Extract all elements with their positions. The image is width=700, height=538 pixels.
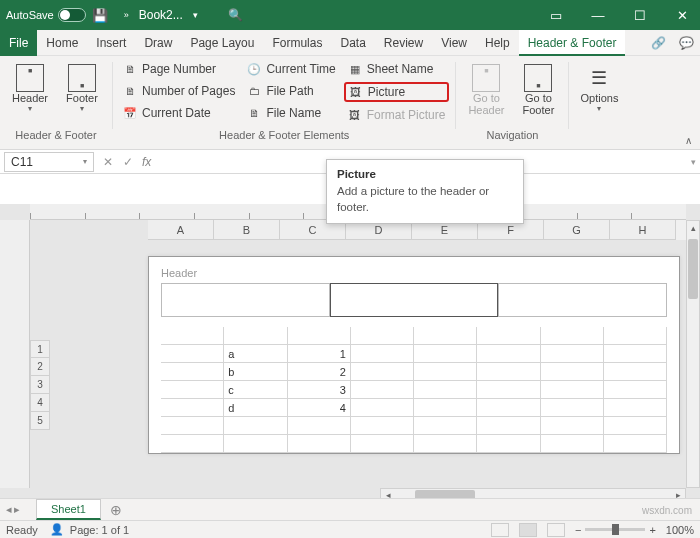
filename-dropdown-icon[interactable]: ▾ [193,10,198,20]
file-path-button[interactable]: 🗀File Path [243,82,339,100]
picture-button[interactable]: 🖼Picture [344,82,450,102]
tab-header-footer[interactable]: Header & Footer [519,30,626,56]
expand-formula-icon[interactable]: ▾ [686,157,700,167]
col-header[interactable]: G [544,220,610,240]
share-button[interactable]: 🔗 [644,36,672,50]
enter-icon[interactable]: ✓ [118,155,138,169]
name-box[interactable]: C11 ▾ [4,152,94,172]
accessibility-icon[interactable]: 👤 [50,523,64,536]
group-label: Header & Footer [6,129,106,145]
toggle-switch[interactable] [58,8,86,22]
row-header[interactable]: 4 [30,394,50,412]
header-center[interactable] [330,283,499,317]
save-icon[interactable]: 💾 [92,8,108,23]
calendar-icon: 📅 [123,106,137,120]
file-name-button[interactable]: 🗎File Name [243,104,339,122]
header-button[interactable]: Header ▾ [6,60,54,117]
status-ready: Ready [6,524,38,536]
normal-view-button[interactable] [491,523,509,537]
options-icon: ☰ [585,64,613,92]
number-of-pages-button[interactable]: 🗎Number of Pages [119,82,239,100]
chevron-down-icon: ▾ [80,104,84,113]
goto-header-icon [472,64,500,92]
row-header[interactable]: 1 [30,340,50,358]
format-picture-icon: 🖼 [348,108,362,122]
close-button[interactable]: ✕ [670,8,694,23]
chevron-down-icon[interactable]: ▾ [83,157,87,166]
tab-insert[interactable]: Insert [87,30,135,56]
tab-data[interactable]: Data [331,30,374,56]
page-number-icon: 🗎 [123,62,137,76]
row-header[interactable]: 3 [30,376,50,394]
tab-home[interactable]: Home [37,30,87,56]
sheet-name-button[interactable]: ▦Sheet Name [344,60,450,78]
zoom-out-icon[interactable]: − [575,524,581,536]
worksheet-area: A B C D E F G H 1 2 3 4 5 Header a1 [0,204,700,502]
zoom-slider[interactable]: − + [575,524,656,536]
prev-sheet-icon[interactable]: ◂ [6,503,12,516]
maximize-button[interactable]: ☐ [628,8,652,23]
tab-review[interactable]: Review [375,30,432,56]
watermark: wsxdn.com [642,505,692,516]
autosave-label: AutoSave [6,9,54,21]
tab-formulas[interactable]: Formulas [263,30,331,56]
picture-icon: 🖼 [349,85,363,99]
scroll-thumb[interactable] [688,239,698,299]
fx-icon[interactable]: fx [138,155,155,169]
header-right[interactable] [498,283,667,317]
current-date-button[interactable]: 📅Current Date [119,104,239,122]
chevron-down-icon: ▾ [28,104,32,113]
ribbon-display-options-icon[interactable]: ▭ [544,8,568,23]
page-break-view-button[interactable] [547,523,565,537]
sheet-icon: ▦ [348,62,362,76]
col-header[interactable]: A [148,220,214,240]
current-time-button[interactable]: 🕒Current Time [243,60,339,78]
folder-icon: 🗀 [247,84,261,98]
tab-page-layout[interactable]: Page Layou [181,30,263,56]
vertical-scrollbar[interactable]: ▴ [686,220,700,488]
header-left[interactable] [161,283,330,317]
new-sheet-button[interactable]: ⊕ [101,502,123,518]
page-layout-view-button[interactable] [519,523,537,537]
chevron-down-icon: ▾ [597,104,601,113]
tab-view[interactable]: View [432,30,476,56]
qat-more-icon[interactable]: » [124,10,129,20]
cancel-icon[interactable]: ✕ [98,155,118,169]
minimize-button[interactable]: — [586,8,610,23]
ribbon: Header ▾ Footer ▾ Header & Footer 🗎Page … [0,56,700,150]
comments-button[interactable]: 💬 [672,36,700,50]
status-bar: Ready 👤 Page: 1 of 1 − + 100% [0,520,700,538]
goto-footer-button[interactable]: Go to Footer [514,60,562,120]
table-row: b2 [161,363,667,381]
row-header[interactable]: 5 [30,412,50,430]
next-sheet-icon[interactable]: ▸ [14,503,20,516]
tab-help[interactable]: Help [476,30,519,56]
group-label: Navigation [462,129,562,145]
search-icon[interactable]: 🔍 [228,8,243,22]
table-row [161,417,667,435]
vertical-ruler [0,220,30,488]
table-row: a1 [161,345,667,363]
title-bar: AutoSave 💾 » Book2... ▾ 🔍 ▭ — ☐ ✕ [0,0,700,30]
sheet-tab[interactable]: Sheet1 [36,499,101,520]
tab-draw[interactable]: Draw [135,30,181,56]
tab-file[interactable]: File [0,30,37,56]
header-label: Header [12,92,48,104]
page-number-button[interactable]: 🗎Page Number [119,60,239,78]
cell-grid[interactable]: a1 b2 c3 d4 [161,327,667,453]
footer-button[interactable]: Footer ▾ [58,60,106,117]
zoom-in-icon[interactable]: + [649,524,655,536]
sheet-tab-bar: ◂ ▸ Sheet1 ⊕ [0,498,700,520]
zoom-level[interactable]: 100% [666,524,694,536]
options-button[interactable]: ☰ Options ▾ [575,60,623,117]
col-header[interactable]: B [214,220,280,240]
autosave-toggle[interactable]: AutoSave [6,8,86,22]
collapse-ribbon-icon[interactable]: ∧ [685,135,692,146]
header-icon [16,64,44,92]
header-section-label: Header [161,267,667,279]
clock-icon: 🕒 [247,62,261,76]
scroll-up-icon[interactable]: ▴ [687,221,699,235]
footer-icon [68,64,96,92]
row-header[interactable]: 2 [30,358,50,376]
col-header[interactable]: H [610,220,676,240]
